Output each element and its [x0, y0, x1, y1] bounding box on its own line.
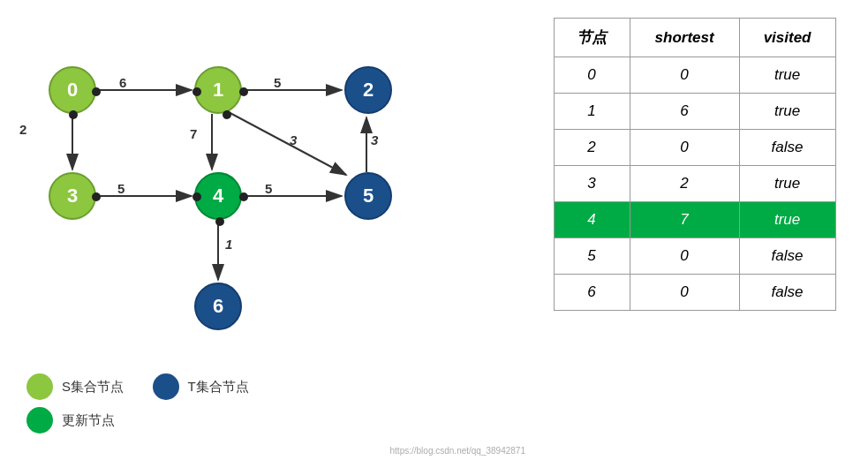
table-row: 0 0 true: [554, 57, 835, 94]
cell-visited-4: true: [739, 202, 835, 238]
legend-circle-t: [153, 373, 179, 400]
table-row: 4 7 true: [554, 202, 835, 238]
legend-row-s: S集合节点 T集合节点: [26, 373, 249, 400]
dot-1-bottom: [223, 110, 231, 119]
edge-label-0-3: 2: [19, 122, 26, 137]
data-table: 节点 shortest visited 0 0 true 1 6 true 2 …: [554, 18, 836, 311]
cell-visited-6: false: [739, 275, 835, 311]
dot-0-right: [92, 87, 101, 96]
table-row: 5 0 false: [554, 238, 835, 275]
edge-label-0-1: 6: [119, 75, 126, 90]
col-header-visited: visited: [739, 19, 835, 57]
cell-node-4: 4: [554, 202, 630, 238]
node-6: 6: [194, 283, 242, 330]
cell-visited-0: true: [739, 57, 835, 94]
node-1: 1: [194, 66, 242, 114]
table-panel: 节点 shortest visited 0 0 true 1 6 true 2 …: [530, 0, 868, 460]
dot-1-left: [192, 87, 201, 96]
dot-4-right: [239, 192, 248, 201]
cell-node-2: 2: [554, 130, 630, 166]
cell-visited-1: true: [739, 94, 835, 130]
node-4: 4: [194, 172, 242, 220]
table-row: 3 2 true: [554, 166, 835, 202]
cell-shortest-4: 7: [630, 202, 739, 238]
cell-visited-5: false: [739, 238, 835, 275]
col-header-node: 节点: [554, 19, 630, 57]
legend-label-update: 更新节点: [62, 412, 115, 429]
legend-row-update: 更新节点: [26, 407, 249, 434]
graph-panel: 0 1 2 3 4 5 6 6 5 2 7 5 5 3 3 1 S集合节点 T集…: [0, 0, 530, 460]
legend: S集合节点 T集合节点 更新节点: [26, 373, 249, 434]
table-row: 2 0 false: [554, 130, 835, 166]
cell-shortest-6: 0: [630, 275, 739, 311]
node-2: 2: [344, 66, 392, 114]
cell-visited-2: false: [739, 130, 835, 166]
node-3: 3: [49, 172, 96, 220]
dot-4-bottom: [215, 217, 224, 226]
dot-0-bottom: [69, 110, 78, 119]
cell-visited-3: true: [739, 166, 835, 202]
cell-node-1: 1: [554, 94, 630, 130]
col-header-shortest: shortest: [630, 19, 739, 57]
cell-shortest-3: 2: [630, 166, 739, 202]
svg-line-7: [225, 110, 346, 175]
edge-label-1-2: 5: [274, 75, 281, 90]
legend-label-t: T集合节点: [188, 379, 249, 396]
cell-node-6: 6: [554, 275, 630, 311]
edge-label-1-4: 7: [190, 126, 197, 141]
table-row: 6 0 false: [554, 275, 835, 311]
node-0: 0: [49, 66, 96, 114]
cell-shortest-0: 0: [630, 57, 739, 94]
node-5: 5: [344, 172, 392, 220]
dot-1-right: [239, 87, 248, 96]
cell-node-3: 3: [554, 166, 630, 202]
dot-4-left: [192, 192, 201, 201]
cell-node-0: 0: [554, 57, 630, 94]
legend-circle-update: [26, 407, 53, 434]
edge-label-4-5: 5: [265, 181, 272, 196]
cell-shortest-5: 0: [630, 238, 739, 275]
legend-label-s: S集合节点: [62, 379, 124, 396]
cell-shortest-2: 0: [630, 130, 739, 166]
watermark: https://blog.csdn.net/qq_38942871: [390, 446, 525, 456]
cell-node-5: 5: [554, 238, 630, 275]
dot-3-right: [92, 192, 101, 201]
legend-circle-s: [26, 373, 53, 400]
edge-label-1-5: 3: [290, 132, 297, 147]
cell-shortest-1: 6: [630, 94, 739, 130]
table-row: 1 6 true: [554, 94, 835, 130]
edge-label-5-2: 3: [371, 132, 378, 147]
edge-label-4-6: 1: [225, 237, 232, 252]
edge-label-3-4: 5: [117, 181, 125, 196]
